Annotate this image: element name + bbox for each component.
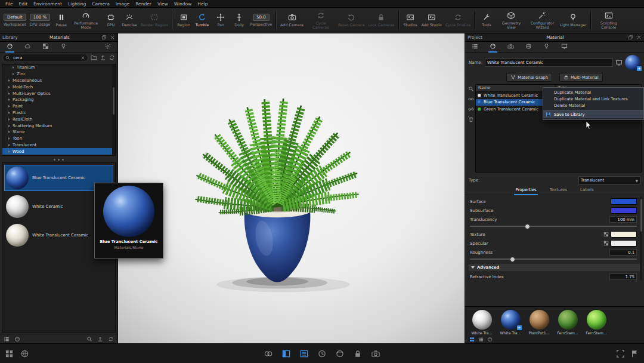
project-tab-material[interactable] [488, 41, 497, 53]
workspaces-button[interactable]: Default Workspaces [2, 8, 28, 32]
configurator-wizard-button[interactable]: Configurator Wizard [527, 8, 558, 32]
history-icon[interactable] [318, 349, 327, 358]
library-panel-toggle-icon[interactable] [282, 349, 291, 358]
render-settings-icon[interactable] [371, 349, 380, 358]
region-button[interactable]: Region [175, 8, 193, 32]
pan-button[interactable]: Pan [212, 8, 230, 32]
tree-item-toon[interactable]: Toon [2, 136, 115, 142]
shelf-material-item[interactable]: White Tra... [469, 310, 494, 335]
shelf-material-item[interactable]: FernStem... [555, 310, 580, 335]
translucency-value-field[interactable]: 100 mm [609, 216, 637, 223]
tumble-button[interactable]: Tumble [193, 8, 212, 32]
environment-globe-icon[interactable] [20, 349, 29, 358]
add-camera-button[interactable]: Add Camera [278, 8, 305, 32]
unlink-material-icon[interactable] [468, 106, 474, 112]
specular-color-swatch[interactable] [611, 240, 637, 247]
gpu-button[interactable]: GPU [101, 8, 120, 32]
texture-slot-icon[interactable] [603, 232, 609, 237]
find-material-icon[interactable] [86, 336, 92, 342]
menu-image[interactable]: Image [113, 1, 132, 7]
tab-textures[interactable]: Textures [549, 186, 568, 195]
project-panel-toggle-icon[interactable] [300, 349, 309, 358]
menu-edit[interactable]: Edit [17, 1, 30, 7]
close-panel-icon[interactable] [110, 35, 115, 40]
shelf-material-item[interactable]: FernStem... [584, 310, 609, 335]
project-tab-camera[interactable] [506, 41, 515, 53]
active-material-preview[interactable]: + [625, 55, 640, 70]
menu-camera[interactable]: Camera [89, 1, 112, 7]
properties-scrollbar[interactable] [640, 196, 642, 280]
geometry-view-button[interactable]: Geometry View [496, 8, 527, 32]
fullscreen-icon[interactable] [616, 349, 625, 358]
specular-slot-icon[interactable] [603, 241, 609, 246]
light-manager-button[interactable]: Light Manager [558, 8, 588, 32]
menu-window[interactable]: Window [172, 1, 194, 7]
project-tab-environment[interactable] [524, 41, 533, 53]
menu-view[interactable]: View [155, 1, 171, 7]
surface-color-swatch[interactable] [611, 198, 637, 205]
menu-file[interactable]: File [3, 1, 16, 7]
translucency-slider[interactable] [470, 224, 637, 229]
tree-item-realcloth[interactable]: RealCloth [2, 116, 115, 122]
tree-scrollbar[interactable] [112, 64, 115, 155]
tab-labels[interactable]: Labels [579, 186, 595, 195]
flag-icon[interactable] [630, 349, 639, 358]
tree-item-multi-layer-optics[interactable]: Multi-Layer Optics [2, 90, 115, 97]
studios-button[interactable]: Studios [401, 8, 420, 32]
menu-item-delete-material[interactable]: Delete Material [543, 102, 643, 109]
tree-item-scattering-medium[interactable]: Scattering Medium [2, 122, 115, 129]
tree-item-mold-tech[interactable]: Mold-Tech [2, 84, 115, 90]
tab-properties[interactable]: Properties [514, 186, 537, 195]
tree-item-miscellaneous[interactable]: Miscellaneous [2, 78, 115, 84]
library-tab-cloud[interactable] [23, 41, 32, 53]
denoise-button[interactable]: Denoise [120, 8, 138, 32]
library-tab-environments[interactable] [59, 41, 68, 53]
tree-item-titanium[interactable]: Titanium [2, 64, 115, 71]
float-panel-icon[interactable] [101, 35, 107, 40]
shelf-material-item[interactable]: PlantPot1... [527, 310, 552, 335]
clear-search-icon[interactable] [80, 56, 85, 60]
shelf-grid-view-icon[interactable] [469, 337, 475, 342]
project-tab-image[interactable] [560, 41, 569, 53]
add-material-badge[interactable]: + [517, 325, 522, 330]
menu-lighting[interactable]: Lighting [66, 1, 88, 7]
shelf-sphere-view-icon[interactable] [487, 337, 493, 342]
cycle-studios-button[interactable]: Cycle Studios [444, 8, 473, 32]
material-name-input[interactable] [485, 59, 613, 67]
viewport-canvas[interactable] [118, 33, 465, 343]
lock-cameras-button[interactable]: Lock Cameras [366, 8, 396, 32]
lock-icon[interactable] [354, 349, 363, 358]
tools-button[interactable]: Tools [477, 8, 496, 32]
sync-library-icon[interactable] [108, 336, 114, 342]
reset-camera-button[interactable]: Reset Camera [336, 8, 366, 32]
ghost-geometry-icon[interactable] [264, 349, 273, 358]
tree-item-paint[interactable]: Paint [2, 103, 115, 110]
dolly-button[interactable]: Dolly [230, 8, 249, 32]
menu-environment[interactable]: Environment [31, 1, 64, 7]
thumbnail-view-icon[interactable] [14, 336, 20, 342]
menu-item-save-to-library[interactable]: Save to Library [543, 110, 643, 118]
realtime-viewport[interactable] [118, 33, 465, 343]
material-type-dropdown[interactable]: Translucent▼ [578, 176, 640, 184]
roughness-value-field[interactable]: 0.1 [609, 249, 637, 256]
project-tab-lighting[interactable] [542, 41, 551, 53]
material-ball-icon[interactable] [336, 349, 345, 358]
show-on-monitor-icon[interactable] [615, 59, 623, 66]
project-tab-scene[interactable] [470, 41, 479, 53]
tree-item-packaging[interactable]: Packaging [2, 97, 115, 103]
library-tab-textures[interactable] [41, 41, 50, 53]
performance-mode-button[interactable]: Performance Mode [70, 8, 101, 32]
cycle-cameras-button[interactable]: Cycle Cameras [305, 8, 336, 32]
link-material-icon[interactable] [468, 96, 474, 102]
slider-knob[interactable] [525, 224, 530, 229]
menu-help[interactable]: Help [195, 1, 210, 7]
close-panel-icon[interactable] [636, 35, 642, 40]
render-region-button[interactable]: Render Region [139, 8, 170, 32]
import-library-icon[interactable] [100, 54, 106, 61]
material-graph-button[interactable]: Material Graph [506, 73, 552, 82]
delete-material-icon[interactable] [468, 116, 474, 122]
add-studio-button[interactable]: Add Studio [420, 8, 444, 32]
texture-color-swatch[interactable] [611, 231, 637, 238]
shelf-list-view-icon[interactable] [478, 337, 484, 342]
add-material-badge[interactable]: + [637, 66, 642, 71]
